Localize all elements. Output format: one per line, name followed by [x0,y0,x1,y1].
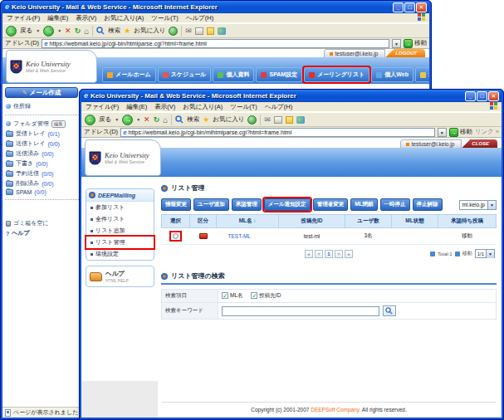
last-page-button[interactable]: » [345,250,353,258]
address-input[interactable]: e https://webmail.keio.jp/cgi-bin/mlhtml… [120,128,435,137]
forward-icon[interactable]: → [122,115,133,125]
approval-management-button[interactable]: 承認管理 [232,198,262,211]
address-input[interactable]: e https://webmail.keio.jp/cgi-bin/htmlpa… [42,39,389,48]
address-dropdown-icon[interactable]: ▼ [392,39,401,48]
folder-scheduled[interactable]: 予約送信(0/0) [6,168,78,178]
folder-sent[interactable]: 送信済み(0/0) [6,149,78,159]
sidebar-item-joined-lists[interactable]: 参加リスト [86,202,154,213]
sidebar-item-all-lists[interactable]: 全件リスト [86,213,154,225]
add-user-button[interactable]: ユーザ追加 [193,198,229,211]
history-icon[interactable] [247,115,257,125]
tab-spam-settings[interactable]: SPAM設定 [256,67,302,82]
edit-icon[interactable] [207,27,214,35]
resume-button[interactable]: 停止解除 [413,198,443,211]
mail-notification-settings-button[interactable]: メール通知設定 [264,198,311,211]
back-label[interactable]: 戻る [99,115,111,124]
favorites-icon[interactable]: ★ [124,27,130,35]
prev-page-button[interactable]: < [315,250,323,258]
folder-inbox[interactable]: 受信トレイ(0/1) [6,129,78,139]
folder-drafts[interactable]: 下書き(0/0) [6,159,78,168]
back-label[interactable]: 戻る [20,27,32,35]
search-keyword-input[interactable] [222,306,379,316]
sidebar-item-add-list[interactable]: リスト追加 [86,225,154,237]
home-icon[interactable]: ⌂ [84,27,89,36]
tab-mailing-list[interactable]: メーリングリスト [304,67,369,82]
menu-help[interactable]: ヘルプ(H) [265,103,292,111]
col-ml-name[interactable]: ML名 ↕ [217,215,279,228]
mail-icon[interactable]: ✉ [185,27,192,35]
menu-edit[interactable]: 編集(E) [47,14,68,22]
page-select[interactable]: 1/1 ▼ [475,249,495,258]
folder-outbox[interactable]: 送信トレイ(0/0) [6,139,78,149]
ml-name-link[interactable]: TEST-ML [228,233,251,239]
titlebar[interactable]: e Keio University - Mail & Web Service -… [2,1,429,13]
favorites-label[interactable]: お気に入り [213,115,244,124]
tab-schedule[interactable]: スケジュール [158,67,212,82]
menu-edit[interactable]: 編集(E) [126,103,147,111]
go-button[interactable]: → 移動 [449,128,472,137]
forward-icon[interactable]: → [43,26,54,37]
suspend-button[interactable]: 一時停止 [380,198,410,211]
back-icon[interactable]: ← [6,26,17,37]
menu-view[interactable]: 表示(V) [76,14,96,22]
sort-icon[interactable]: ↕ [253,218,256,223]
close-window-button[interactable]: CLOSE [462,139,497,148]
minimize-button[interactable]: _ [465,91,476,101]
sidebar-item-address-book[interactable]: 住所録 [6,101,78,111]
go-button[interactable]: → 移動 [404,39,427,48]
help-link[interactable]: ? ヘルプ [6,228,78,238]
menu-file[interactable]: ファイル(F) [7,14,40,22]
stop-icon[interactable]: ✕ [65,27,71,35]
domain-select[interactable]: ml.keio.jp ▼ [459,200,497,210]
messenger-icon[interactable] [218,27,226,35]
folder-spam[interactable]: SPAM(0/0) [6,188,78,196]
edit-icon[interactable] [286,116,293,124]
forward-dropdown-icon[interactable]: ▼ [57,28,61,33]
menu-tools[interactable]: ツール(T) [230,103,257,111]
mail-icon[interactable]: ✉ [264,115,271,124]
sidebar-item-list-management[interactable]: リスト管理 [86,237,154,248]
refresh-icon[interactable]: ↻ [75,27,81,35]
maximize-button[interactable]: □ [477,91,487,101]
back-dropdown-icon[interactable]: ▼ [36,28,40,33]
menu-tools[interactable]: ツール(T) [151,14,178,22]
forward-dropdown-icon[interactable]: ▼ [136,117,140,122]
menu-file[interactable]: ファイル(F) [86,103,119,111]
tab-personal-web[interactable]: 個人Web [371,67,413,82]
history-icon[interactable] [169,27,178,36]
menu-view[interactable]: 表示(V) [154,103,175,111]
search-icon[interactable] [96,27,105,35]
menu-favorites[interactable]: お気に入り(A) [183,103,223,111]
refresh-icon[interactable]: ↻ [154,115,160,124]
compose-mail-button[interactable]: ✎ メール作成 [5,87,78,98]
search-icon[interactable] [175,115,183,124]
minimize-button[interactable]: _ [393,2,404,12]
back-icon[interactable]: ← [85,115,95,125]
tab-mail-home[interactable]: メールホーム [102,67,156,82]
current-page[interactable]: 1 [325,250,333,258]
help-box[interactable]: ヘルプ HTML HELP [86,266,154,287]
edit-badge[interactable]: 編集 [51,120,66,128]
stop-icon[interactable]: ✕ [144,115,150,124]
select-radio[interactable] [173,233,179,239]
search-label[interactable]: 検索 [108,27,120,35]
titlebar[interactable]: e Keio University - Mail & Web Service -… [81,90,502,102]
folder-deleted[interactable]: 削除済み(0/0) [6,178,78,188]
tab-personal-data[interactable]: 個人資料 [213,67,254,82]
search-button[interactable] [383,305,396,316]
menu-favorites[interactable]: お気に入り(A) [104,14,144,22]
back-dropdown-icon[interactable]: ▼ [115,117,119,122]
print-icon[interactable] [195,27,203,35]
next-page-button[interactable]: > [335,250,343,258]
maximize-button[interactable]: □ [404,2,415,12]
first-page-button[interactable]: « [305,250,313,258]
close-button[interactable]: ✕ [488,91,499,101]
close-ml-button[interactable]: ML閉鎖 [350,198,377,211]
post-id-checkbox[interactable]: ✓ [251,292,257,299]
search-label[interactable]: 検索 [187,115,199,124]
menu-help[interactable]: ヘルプ(H) [186,14,213,22]
favorites-icon[interactable]: ★ [203,115,209,124]
close-button[interactable]: ✕ [416,2,427,12]
pending-posts-cell[interactable]: 移動 [438,228,497,245]
sidebar-item-preferences[interactable]: 環境設定 [86,248,154,260]
